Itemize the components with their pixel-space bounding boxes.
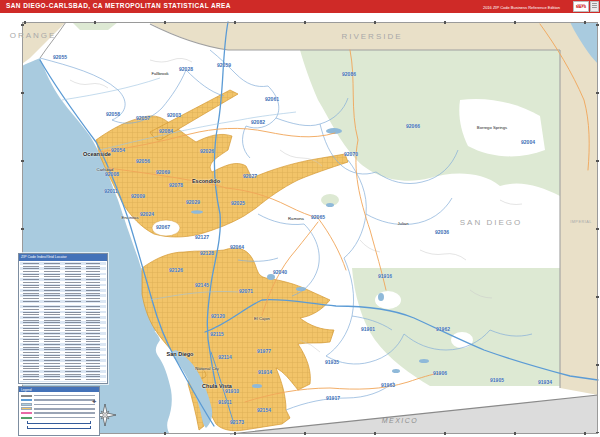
city-label-oceanside: Oceanside (83, 151, 111, 157)
zip-label-92065: 92065 (311, 214, 325, 220)
zip-label-92011: 92011 (104, 188, 118, 194)
city-label-fallbrook: Fallbrook (151, 71, 168, 76)
zip-label-92066: 92066 (406, 123, 420, 129)
zip-label-92027: 92027 (243, 173, 257, 179)
legend-county-line (21, 395, 32, 397)
city-label-julian: Julian (398, 221, 409, 226)
zip-label-92069: 92069 (156, 169, 170, 175)
zip-index-rows (20, 262, 106, 382)
zip-label-91916: 91916 (378, 273, 392, 279)
zip-label-92070: 92070 (344, 151, 358, 157)
publisher-logo-badge (590, 1, 599, 12)
legend-urban-swatch (21, 407, 32, 410)
zip-label-92173: 92173 (230, 419, 244, 425)
zip-label-92127: 92127 (195, 234, 209, 240)
publisher-logo: Market MAPS (573, 1, 599, 12)
zip-label-92026: 92026 (200, 148, 214, 154)
legend-boundary-line (21, 412, 32, 414)
zip-label-92008: 92008 (105, 171, 119, 177)
zip-label-91905: 91905 (490, 377, 504, 383)
zip-label-92061: 92061 (265, 96, 279, 102)
zip-label-92114: 92114 (218, 354, 232, 360)
scale-bar-km (27, 426, 91, 429)
zip-label-92025: 92025 (231, 200, 245, 206)
map-legend-panel: Legend ✦ (18, 386, 100, 436)
legend-water-swatch (21, 403, 32, 406)
zip-label-92082: 92082 (251, 119, 265, 125)
zip-label-92029: 92029 (186, 199, 200, 205)
county-label-orange: ORANGE (10, 31, 57, 40)
zip-label-92004: 92004 (521, 139, 535, 145)
city-label-encinitas: Encinitas (122, 215, 139, 220)
zip-label-92154: 92154 (257, 407, 271, 413)
zip-label-92078: 92078 (169, 182, 183, 188)
publisher-logo-mark: Market MAPS (573, 1, 589, 12)
zip-label-92067: 92067 (156, 224, 170, 230)
zip-label-92024: 92024 (140, 211, 154, 217)
zip-label-92071: 92071 (239, 288, 253, 294)
map-legend-body: ✦ (19, 392, 99, 430)
zip-label-91917: 91917 (326, 395, 340, 401)
zip-label-91977: 91977 (257, 348, 271, 354)
city-label-escondido: Escondido (192, 178, 220, 184)
city-label-carlsbad: Carlsbad (97, 167, 114, 172)
zip-label-92057: 92057 (136, 115, 150, 121)
county-label-imperial: IMPERIAL (570, 220, 592, 224)
city-label-chula-vista: Chula Vista (202, 383, 232, 389)
zip-label-92120: 92120 (211, 313, 225, 319)
zip-label-91962: 91962 (436, 326, 450, 332)
city-label-san-diego: San Diego (167, 351, 194, 357)
zip-label-92056: 92056 (136, 158, 150, 164)
county-label-riverside: RIVERSIDE (341, 32, 402, 41)
zip-label-92126: 92126 (169, 267, 183, 273)
zip-label-92028: 92028 (179, 66, 193, 72)
zip-label-91906: 91906 (433, 370, 447, 376)
zip-label-92009: 92009 (131, 193, 145, 199)
map-title: SAN DIEGO-CARLSBAD, CA METROPOLITAN STAT… (6, 2, 231, 9)
legend-compass-icon: ✦ (91, 398, 97, 406)
city-label-ramona: Ramona (288, 216, 304, 221)
city-label-borrego-springs: Borrego Springs (477, 125, 507, 130)
zip-label-92003: 92003 (167, 112, 181, 118)
title-banner: SAN DIEGO-CARLSBAD, CA METROPOLITAN STAT… (0, 0, 600, 13)
zip-index-title: ZIP Code Index/Grid Locator (19, 254, 107, 261)
zip-label-92054: 92054 (111, 147, 125, 153)
legend-route-line (21, 417, 32, 419)
zip-label-92064: 92064 (230, 244, 244, 250)
zip-label-92055: 92055 (53, 54, 67, 60)
wall-map-page: SAN DIEGO-CARLSBAD, CA METROPOLITAN STAT… (0, 0, 600, 437)
zip-label-92145: 92145 (195, 282, 209, 288)
zip-label-92086: 92086 (342, 71, 356, 77)
county-label-san-diego: SAN DIEGO (460, 218, 522, 227)
zip-label-91934: 91934 (538, 379, 552, 385)
zip-label-92058: 92058 (106, 111, 120, 117)
zip-label-92128: 92128 (200, 250, 214, 256)
county-label-mexico: MEXICO (382, 417, 419, 424)
zip-label-91935: 91935 (325, 359, 339, 365)
zip-label-91911: 91911 (218, 399, 232, 405)
zip-label-92115: 92115 (210, 331, 224, 337)
zip-label-92059: 92059 (217, 62, 231, 68)
zip-label-92084: 92084 (159, 128, 173, 134)
scale-bar-miles (27, 421, 91, 424)
zip-index-panel: ZIP Code Index/Grid Locator (18, 253, 108, 384)
zip-label-92040: 92040 (273, 269, 287, 275)
city-label-el-cajon: El Cajon (254, 316, 270, 321)
city-label-national-city: National City (195, 366, 219, 371)
legend-highway-line (21, 399, 32, 401)
zip-label-92036: 92036 (435, 229, 449, 235)
zip-label-91901: 91901 (361, 326, 375, 332)
zip-label-91963: 91963 (381, 382, 395, 388)
edition-text: 2016 ZIP Code Business Reference Edition (483, 5, 560, 10)
zip-label-91914: 91914 (258, 369, 272, 375)
